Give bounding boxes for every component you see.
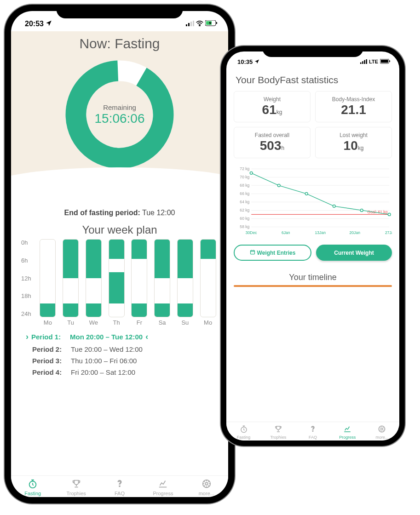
tab-label: Fasting [24, 491, 41, 496]
svg-rect-29 [250, 251, 254, 254]
weekplan-day[interactable]: Tu [61, 239, 81, 326]
location-icon [254, 58, 259, 65]
weekplan-day[interactable]: Su [175, 239, 196, 326]
chart-y-tick: 62 kg [240, 208, 249, 212]
tab-progress[interactable]: Progress [141, 479, 184, 496]
current-weight-button[interactable]: Current Weight [316, 245, 392, 261]
tab-trophies[interactable]: Trophies [54, 479, 98, 496]
weekplan-bar [86, 239, 102, 317]
stat-grid: Weight61kgBody-Mass-Index21.1Fasted over… [226, 91, 399, 158]
weekplan-day-label: Mo [44, 319, 52, 326]
chart-y-tick: 72 kg [240, 166, 249, 171]
tab-more[interactable]: more... [185, 479, 228, 496]
tab-fasting[interactable]: Fasting [11, 479, 54, 496]
weekplan-bar [154, 239, 170, 317]
stat-card[interactable]: Lost weight10kg [315, 127, 392, 158]
weekplan-day[interactable]: Mo [198, 239, 218, 326]
eof-label: End of fasting period: [64, 209, 140, 217]
tab-faq[interactable]: FAQ [98, 479, 141, 496]
svg-point-35 [381, 428, 383, 430]
chart-point[interactable] [360, 209, 363, 212]
chevron-right-icon: › [23, 332, 31, 342]
svg-rect-7 [216, 22, 217, 24]
weekplan-day[interactable]: Fr [129, 239, 150, 326]
svg-rect-18 [381, 59, 388, 63]
period-label: Period 3: [32, 357, 71, 365]
wifi-icon [196, 20, 203, 28]
weekplan-day-label: Fr [137, 319, 142, 326]
period-row[interactable]: Period 4: Fri 20:00 – Sat 12:00 [23, 366, 216, 378]
more-icon [378, 425, 386, 434]
chart-point[interactable] [277, 184, 280, 187]
svg-rect-16 [366, 59, 368, 64]
stat-value: 10kg [320, 138, 387, 153]
tab-label: Trophies [270, 435, 286, 440]
ring-label: Remaining [103, 103, 136, 111]
faq-icon [115, 479, 125, 490]
chart-y-tick: 70 kg [240, 175, 249, 179]
weight-chart[interactable]: 58 kg60 kg62 kg64 kg66 kg68 kg70 kg72 kg… [226, 158, 399, 240]
chart-x-tick: 6Jan [282, 230, 290, 235]
svg-rect-13 [360, 62, 362, 63]
chart-point[interactable] [333, 205, 335, 208]
stat-card[interactable]: Body-Mass-Index21.1 [315, 91, 392, 122]
phone-mockup-statistics: 10:35 LTE Your BodyFast statistics Weigh… [221, 46, 405, 446]
ring-time: 15:06:06 [95, 111, 145, 126]
stat-card[interactable]: Weight61kg [234, 91, 311, 122]
chart-point[interactable] [305, 192, 308, 195]
battery-icon [380, 58, 390, 65]
notch [57, 5, 183, 18]
fasting-header: Now: Fasting Remaining 15:06:06 [11, 31, 228, 186]
period-row[interactable]: ›Period 1: Mon 20:00 – Tue 12:00‹ [23, 330, 216, 343]
chart-point[interactable] [388, 213, 391, 216]
tab-label: FAQ [115, 491, 125, 496]
weekplan-y-tick: 24h [21, 310, 32, 317]
stat-value: 61kg [239, 103, 305, 117]
period-value: Mon 20:00 – Tue 12:00 [70, 333, 143, 341]
period-row[interactable]: Period 2: Tue 20:00 – Wed 12:00 [23, 343, 216, 355]
tab-bar: FastingTrophiesFAQProgressmore... [11, 475, 228, 497]
stat-label: Fasted overall [239, 132, 305, 138]
tab-fasting[interactable]: Fasting [226, 425, 261, 440]
fasting-icon [28, 479, 38, 490]
periods-list: ›Period 1: Mon 20:00 – Tue 12:00‹Period … [11, 326, 228, 382]
tab-label: FAQ [309, 435, 317, 440]
weekplan-bar [109, 239, 125, 317]
svg-rect-19 [389, 60, 390, 62]
svg-rect-0 [186, 24, 187, 26]
chart-point[interactable] [250, 172, 253, 174]
tab-more[interactable]: more... [365, 425, 399, 440]
weekplan-bar [200, 239, 216, 317]
tab-label: Progress [339, 435, 356, 440]
stat-card[interactable]: Fasted overall503h [234, 127, 311, 158]
weekplan-day[interactable]: Mo [38, 239, 58, 326]
tab-faq[interactable]: FAQ [295, 425, 330, 440]
svg-rect-1 [188, 23, 190, 26]
svg-rect-14 [362, 61, 363, 64]
chart-x-tick: 30Dec [246, 230, 258, 235]
status-time: 10:35 [237, 58, 253, 65]
svg-rect-2 [190, 22, 192, 26]
weekplan-bar [40, 239, 56, 317]
weekplan-day-label: Th [113, 319, 120, 326]
period-label: Period 4: [32, 368, 71, 376]
weight-entries-button[interactable]: Weight Entries [234, 245, 311, 261]
stat-label: Lost weight [320, 132, 387, 138]
period-row[interactable]: Period 3: Thu 10:00 – Fri 06:00 [23, 355, 216, 366]
current-weight-label: Current Weight [334, 250, 374, 256]
svg-rect-15 [364, 60, 365, 63]
weekplan-chart: 0h6h12h18h24h MoTuWeThFrSaSuMo [11, 239, 228, 326]
weekplan-day-label: Mo [204, 319, 212, 326]
weekplan-day[interactable]: Th [106, 239, 127, 326]
tab-trophies[interactable]: Trophies [261, 425, 295, 440]
fasting-ring[interactable]: Remaining 15:06:06 [62, 57, 177, 172]
period-value: Tue 20:00 – Wed 12:00 [71, 345, 143, 353]
weekplan-day-label: Sa [159, 319, 166, 326]
weekplan-y-tick: 18h [21, 292, 32, 299]
tab-progress[interactable]: Progress [330, 425, 365, 440]
notch [262, 46, 363, 57]
weekplan-day[interactable]: We [84, 239, 104, 326]
tab-label: more... [199, 491, 214, 496]
weekplan-y-tick: 12h [21, 275, 32, 282]
weekplan-day[interactable]: Sa [152, 239, 173, 326]
